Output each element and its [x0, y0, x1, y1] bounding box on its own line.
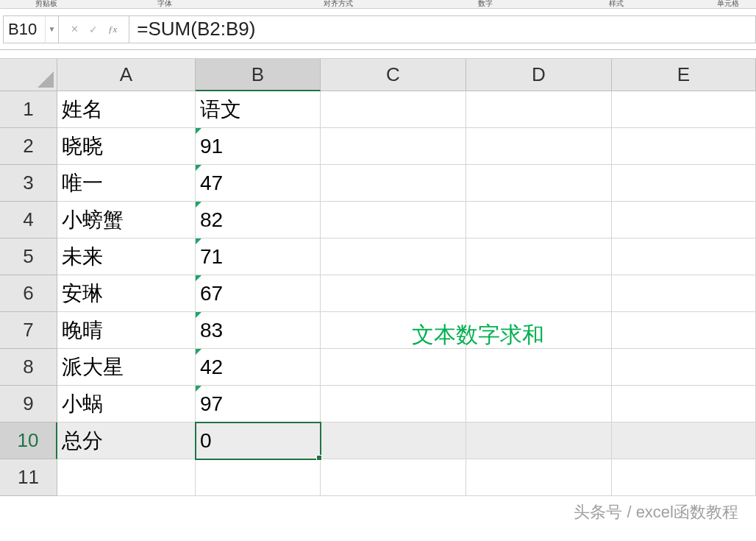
col-header-B[interactable]: B — [196, 59, 321, 91]
cancel-icon[interactable]: ✕ — [71, 24, 79, 35]
cell-A1[interactable]: 姓名 — [57, 91, 196, 128]
cell-E3[interactable] — [612, 165, 756, 202]
cell-C1[interactable] — [321, 91, 466, 128]
cell-D9[interactable] — [466, 386, 612, 422]
cell-B9[interactable]: 97 — [196, 386, 321, 422]
cell-C9[interactable] — [321, 386, 466, 422]
cell-A6[interactable]: 安琳 — [57, 275, 196, 312]
name-box[interactable] — [4, 16, 45, 43]
cell-E4[interactable] — [612, 202, 756, 238]
group-alignment: 对齐方式 — [324, 0, 353, 9]
accept-icon[interactable]: ✓ — [89, 24, 98, 35]
table-row: 8派大星42 — [0, 349, 756, 386]
row-header[interactable]: 4 — [0, 202, 57, 238]
row-header[interactable]: 7 — [0, 312, 57, 349]
cell-B4[interactable]: 82 — [196, 202, 321, 238]
row-header[interactable]: 8 — [0, 349, 57, 386]
text-format-indicator-icon — [196, 349, 202, 355]
row-header[interactable]: 11 — [0, 459, 57, 496]
text-format-indicator-icon — [196, 202, 202, 208]
cell-E7[interactable] — [612, 312, 756, 349]
cell-B5[interactable]: 71 — [196, 238, 321, 275]
cell-A9[interactable]: 小蜗 — [57, 386, 196, 422]
cell-B11[interactable] — [196, 459, 321, 496]
cell-E6[interactable] — [612, 275, 756, 312]
cell-D8[interactable] — [466, 349, 612, 386]
cell-B6[interactable]: 67 — [196, 275, 321, 312]
cell-E5[interactable] — [612, 238, 756, 275]
cell-C11[interactable] — [321, 459, 466, 496]
cell-B8[interactable]: 42 — [196, 349, 321, 386]
cell-A10[interactable]: 总分 — [57, 422, 196, 459]
cell-A7[interactable]: 晚晴 — [57, 312, 196, 349]
sheet-gap — [0, 50, 756, 59]
formula-bar: ▼ ✕ ✓ ƒx =SUM(B2:B9) — [0, 9, 756, 50]
col-header-D[interactable]: D — [466, 59, 612, 91]
cell-B1[interactable]: 语文 — [196, 91, 321, 128]
table-row: 7晚晴83 — [0, 312, 756, 349]
table-row: 9小蜗97 — [0, 386, 756, 422]
cell-D1[interactable] — [466, 91, 612, 128]
cell-E9[interactable] — [612, 386, 756, 422]
text-format-indicator-icon — [196, 128, 202, 134]
col-header-A[interactable]: A — [57, 59, 196, 91]
name-box-container: ▼ — [3, 15, 59, 43]
formula-input[interactable]: =SUM(B2:B9) — [129, 15, 756, 43]
cell-D5[interactable] — [466, 238, 612, 275]
table-row: 3唯一47 — [0, 165, 756, 202]
row-header[interactable]: 6 — [0, 275, 57, 312]
cell-C2[interactable] — [321, 128, 466, 165]
table-row: 10总分0 — [0, 422, 756, 459]
cell-D10[interactable] — [466, 422, 612, 459]
annotation-text: 文本数字求和 — [412, 320, 544, 350]
cell-B10[interactable]: 0 — [196, 422, 321, 459]
cell-D11[interactable] — [466, 459, 612, 496]
cell-E2[interactable] — [612, 128, 756, 165]
cell-A2[interactable]: 晓晓 — [57, 128, 196, 165]
cell-E8[interactable] — [612, 349, 756, 386]
row-header[interactable]: 3 — [0, 165, 57, 202]
cell-A11[interactable] — [57, 459, 196, 496]
cell-A8[interactable]: 派大星 — [57, 349, 196, 386]
cell-C6[interactable] — [321, 275, 466, 312]
cell-C10[interactable] — [321, 422, 466, 459]
cell-A4[interactable]: 小螃蟹 — [57, 202, 196, 238]
row-header[interactable]: 10 — [0, 422, 57, 459]
text-format-indicator-icon — [196, 386, 202, 392]
row-header[interactable]: 2 — [0, 128, 57, 165]
cell-D4[interactable] — [466, 202, 612, 238]
text-format-indicator-icon — [196, 238, 202, 244]
cell-C4[interactable] — [321, 202, 466, 238]
group-cells: 单元格 — [717, 0, 739, 9]
text-format-indicator-icon — [196, 165, 202, 171]
cell-E10[interactable] — [612, 422, 756, 459]
cell-C3[interactable] — [321, 165, 466, 202]
cell-D3[interactable] — [466, 165, 612, 202]
cell-D2[interactable] — [466, 128, 612, 165]
cell-A3[interactable]: 唯一 — [57, 165, 196, 202]
group-styles: 样式 — [609, 0, 624, 9]
cell-C5[interactable] — [321, 238, 466, 275]
col-header-C[interactable]: C — [321, 59, 466, 91]
cell-E1[interactable] — [612, 91, 756, 128]
select-all-corner[interactable] — [0, 59, 57, 91]
formula-controls: ✕ ✓ ƒx — [59, 15, 129, 43]
cell-B3[interactable]: 47 — [196, 165, 321, 202]
row-header[interactable]: 9 — [0, 386, 57, 422]
watermark: 头条号 / excel函数教程 — [574, 501, 738, 523]
col-header-E[interactable]: E — [612, 59, 756, 91]
cell-A5[interactable]: 未来 — [57, 238, 196, 275]
row-header[interactable]: 5 — [0, 238, 57, 275]
column-headers: A B C D E — [0, 59, 756, 91]
cell-C8[interactable] — [321, 349, 466, 386]
text-format-indicator-icon — [196, 312, 202, 318]
name-box-dropdown[interactable]: ▼ — [45, 16, 58, 43]
row-header[interactable]: 1 — [0, 91, 57, 128]
group-number: 数字 — [478, 0, 493, 9]
cell-D6[interactable] — [466, 275, 612, 312]
cell-B7[interactable]: 83 — [196, 312, 321, 349]
fx-icon[interactable]: ƒx — [108, 24, 117, 35]
cell-E11[interactable] — [612, 459, 756, 496]
table-row: 4小螃蟹82 — [0, 202, 756, 238]
cell-B2[interactable]: 91 — [196, 128, 321, 165]
